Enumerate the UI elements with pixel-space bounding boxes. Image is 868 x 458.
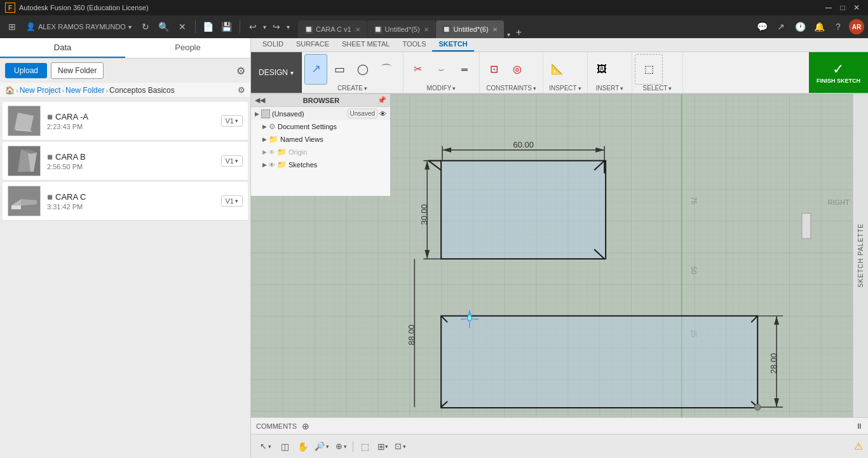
minimize-btn[interactable]: ─	[822, 2, 835, 13]
file-thumb-cara-c	[8, 186, 41, 216]
browser-item-origin[interactable]: ▶ 👁 📁 Origin	[251, 146, 390, 158]
breadcrumb-new-project[interactable]: New Project	[20, 86, 61, 95]
nav-pan-btn[interactable]: ✋	[294, 438, 311, 455]
close-btn[interactable]: ✕	[850, 2, 863, 13]
file-time-cara-c: 3:31:42 PM	[47, 203, 215, 211]
comments-add-icon[interactable]: ⊕	[302, 421, 309, 431]
user-menu[interactable]: 👤 ALEX RAMOS RAYMUNDO ▾	[22, 22, 135, 31]
design-button[interactable]: DESIGN ▾	[251, 52, 302, 93]
panel-settings-btn[interactable]: ⚙	[236, 65, 245, 77]
browser-origin-eye-icon[interactable]: 👁	[269, 149, 275, 156]
refresh-icon[interactable]: ↻	[137, 18, 154, 35]
clock-icon[interactable]: 🕐	[792, 18, 808, 35]
nav-cursor-btn[interactable]: ↖▾	[256, 440, 275, 453]
insert-btn[interactable]: 🖼	[590, 54, 613, 85]
browser-pin-icon[interactable]: 📌	[377, 96, 386, 104]
create-group-items: ↗ ▭ ◯ ⌒	[304, 53, 400, 85]
browser-item-root[interactable]: ▶ (Unsaved) Unsaved 👁	[251, 107, 390, 120]
select-group-label[interactable]: SELECT ▾	[635, 85, 680, 92]
new-file-btn[interactable]: 📄	[200, 18, 217, 35]
nav-zoom-btn[interactable]: ⊕▾	[333, 440, 349, 453]
maximize-btn[interactable]: □	[836, 2, 849, 13]
tab-solid[interactable]: SOLID	[256, 38, 290, 52]
browser-item-named-views[interactable]: ▶ 📁 Named Views	[251, 133, 390, 146]
constraint-btn1[interactable]: ⊡	[482, 54, 505, 85]
breadcrumb-new-folder[interactable]: New Folder	[65, 86, 104, 95]
browser-sketches-eye-icon[interactable]: 👁	[269, 162, 275, 169]
nav-orbit-btn[interactable]: ◫	[276, 438, 293, 455]
svg-text:60.00: 60.00	[513, 140, 533, 149]
tab-cara-c-close[interactable]: ✕	[355, 26, 360, 33]
create-group-label[interactable]: CREATE ▾	[304, 85, 400, 92]
app-grid-icon[interactable]: ⊞	[4, 18, 20, 35]
tab-tools[interactable]: TOOLS	[396, 38, 432, 52]
upload-button[interactable]: Upload	[5, 63, 47, 78]
close-panel-icon[interactable]: ✕	[174, 18, 191, 35]
grid-btn[interactable]: ⊞▾	[374, 438, 391, 455]
fillet-btn[interactable]: ═	[453, 54, 476, 85]
trim-btn[interactable]: ✂	[406, 54, 429, 85]
redo-dropdown-icon[interactable]: ▾	[287, 24, 290, 31]
tab-untitled5-close[interactable]: ✕	[424, 26, 429, 33]
tab-people[interactable]: People	[125, 38, 250, 58]
ribbon-tabs-row: SOLID SURFACE SHEET METAL TOOLS SKETCH	[251, 38, 868, 52]
alert-icon[interactable]: 🔔	[811, 18, 827, 35]
user-badge[interactable]: AR	[849, 19, 864, 34]
new-folder-button[interactable]: New Folder	[51, 62, 104, 79]
tab-surface[interactable]: SURFACE	[290, 38, 336, 52]
tab-untitled6[interactable]: 🔲 Untitled*(6) ✕	[436, 20, 504, 38]
version-badge-cara-a[interactable]: V1 ▾	[221, 115, 243, 127]
ribbon-group-insert: 🖼 INSERT ▾	[588, 52, 632, 93]
bt-warning-icon[interactable]: ⚠	[854, 440, 863, 452]
notifications-icon[interactable]: 💬	[754, 18, 770, 35]
constraint-btn2[interactable]: ◎	[506, 54, 529, 85]
line-tool-btn[interactable]: ↗	[304, 54, 327, 85]
nav-zoom-extent-btn[interactable]: 🔎▾	[312, 440, 332, 453]
browser-sketches-arrow: ▶	[262, 162, 267, 168]
extend-btn[interactable]: ⌣	[430, 54, 452, 85]
select-btn[interactable]: ⬚	[635, 54, 663, 85]
file-item-cara-c[interactable]: ◼ CARA C 3:31:42 PM V1 ▾	[3, 182, 248, 221]
circle-tool-btn[interactable]: ◯	[351, 54, 374, 85]
new-tab-btn[interactable]: +	[513, 27, 524, 38]
file-item-cara-a[interactable]: ◼ CARA -A 2:23:43 PM V1 ▾	[3, 102, 248, 141]
tab-sheet-metal[interactable]: SHEET METAL	[336, 38, 396, 52]
share-icon[interactable]: ↗	[773, 18, 789, 35]
constraints-group-label[interactable]: CONSTRAINTS ▾	[482, 85, 540, 92]
version-badge-cara-c[interactable]: V1 ▾	[221, 195, 243, 207]
rectangle-tool-btn[interactable]: ▭	[328, 54, 351, 85]
svg-text:88.00: 88.00	[407, 324, 416, 345]
browser-item-sketches[interactable]: ▶ 👁 📁 Sketches	[251, 158, 390, 171]
tab-untitled5[interactable]: 🔲 Untitled*(5) ✕	[367, 20, 435, 38]
breadcrumb-home-icon[interactable]: 🏠	[5, 86, 15, 95]
save-btn[interactable]: 💾	[219, 18, 235, 35]
view-cube-btn[interactable]: ⬚	[356, 438, 373, 455]
arc-tool-btn[interactable]: ⌒	[375, 54, 398, 85]
modify-group-label[interactable]: MODIFY ▾	[406, 85, 477, 92]
undo-dropdown-icon[interactable]: ▾	[263, 24, 266, 31]
browser-panel: ◀◀ BROWSER 📌 ▶ (Unsaved) Unsaved 👁 ▶ ⚙ D…	[251, 94, 391, 196]
breadcrumb-settings-icon[interactable]: ⚙	[238, 85, 245, 95]
undo-btn[interactable]: ↩	[245, 18, 261, 35]
tab-untitled6-close[interactable]: ✕	[492, 26, 498, 33]
inspect-group-label[interactable]: INSPECT ▾	[546, 85, 585, 92]
tab-cara-c[interactable]: 🔲 CARA C v1 ✕	[298, 20, 367, 38]
redo-btn[interactable]: ↪	[268, 18, 285, 35]
inspect-btn[interactable]: 📐	[546, 54, 569, 85]
version-badge-cara-b[interactable]: V1 ▾	[221, 155, 243, 167]
comments-divider-icon[interactable]: ⏸	[855, 422, 863, 431]
insert-group-label[interactable]: INSERT ▾	[590, 85, 629, 92]
tab-data[interactable]: Data	[0, 38, 125, 58]
constraints-dropdown-icon: ▾	[533, 85, 536, 92]
browser-collapse-icon[interactable]: ◀◀	[255, 96, 265, 104]
help-icon[interactable]: ?	[830, 18, 846, 35]
search-icon[interactable]: 🔍	[156, 18, 172, 35]
browser-item-doc-settings[interactable]: ▶ ⚙ Document Settings	[251, 120, 390, 133]
svg-text:28.00: 28.00	[769, 353, 778, 373]
browser-root-eye-icon[interactable]: 👁	[379, 110, 386, 118]
file-item-cara-b[interactable]: ◼ CARA B 2:56:50 PM V1 ▾	[3, 142, 248, 181]
finish-sketch-btn[interactable]: ✓ FINISH SKETCH	[809, 52, 868, 93]
tab-sketch[interactable]: SKETCH	[432, 38, 473, 52]
display-settings-btn[interactable]: ⊡▾	[392, 440, 409, 453]
tab-dropdown-icon[interactable]: ▾	[505, 31, 513, 38]
